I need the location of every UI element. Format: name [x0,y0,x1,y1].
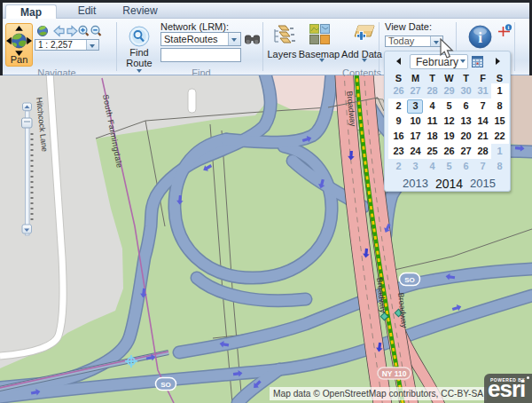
svg-text:i: i [478,29,482,46]
svg-text:i: i [508,24,510,30]
svg-text:SO: SO [404,276,415,284]
svg-text:NY 110: NY 110 [382,369,407,378]
svg-text:SO: SO [160,381,171,389]
